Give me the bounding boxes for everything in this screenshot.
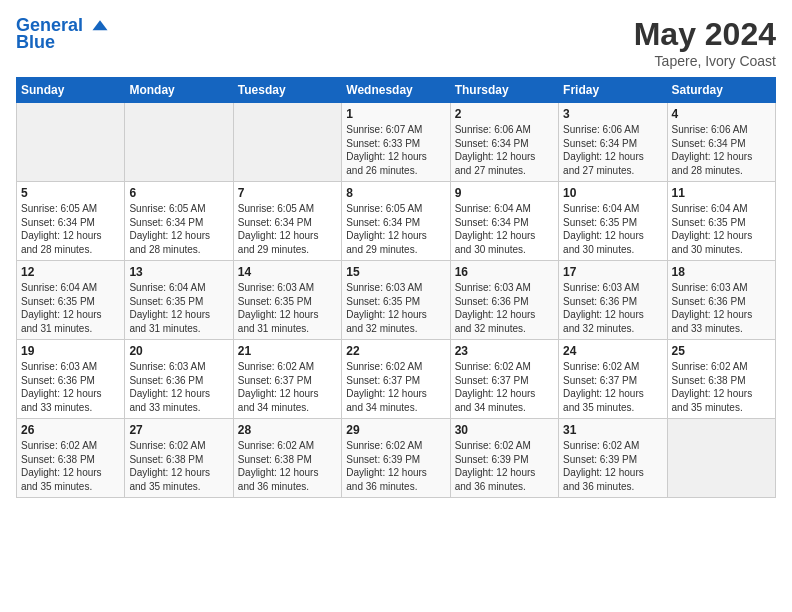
calendar-cell: 26Sunrise: 6:02 AM Sunset: 6:38 PM Dayli… [17,419,125,498]
day-number: 14 [238,265,337,279]
calendar-cell: 28Sunrise: 6:02 AM Sunset: 6:38 PM Dayli… [233,419,341,498]
day-number: 10 [563,186,662,200]
calendar-table: SundayMondayTuesdayWednesdayThursdayFrid… [16,77,776,498]
calendar-cell: 21Sunrise: 6:02 AM Sunset: 6:37 PM Dayli… [233,340,341,419]
calendar-cell: 30Sunrise: 6:02 AM Sunset: 6:39 PM Dayli… [450,419,558,498]
day-number: 20 [129,344,228,358]
day-number: 25 [672,344,771,358]
day-info: Sunrise: 6:02 AM Sunset: 6:39 PM Dayligh… [563,439,662,493]
calendar-cell: 1Sunrise: 6:07 AM Sunset: 6:33 PM Daylig… [342,103,450,182]
day-info: Sunrise: 6:03 AM Sunset: 6:35 PM Dayligh… [346,281,445,335]
calendar-cell: 23Sunrise: 6:02 AM Sunset: 6:37 PM Dayli… [450,340,558,419]
day-info: Sunrise: 6:03 AM Sunset: 6:35 PM Dayligh… [238,281,337,335]
day-number: 7 [238,186,337,200]
calendar-week-2: 5Sunrise: 6:05 AM Sunset: 6:34 PM Daylig… [17,182,776,261]
day-info: Sunrise: 6:05 AM Sunset: 6:34 PM Dayligh… [238,202,337,256]
calendar-cell: 12Sunrise: 6:04 AM Sunset: 6:35 PM Dayli… [17,261,125,340]
day-number: 18 [672,265,771,279]
day-number: 21 [238,344,337,358]
weekday-header-monday: Monday [125,78,233,103]
day-number: 2 [455,107,554,121]
day-number: 11 [672,186,771,200]
calendar-week-1: 1Sunrise: 6:07 AM Sunset: 6:33 PM Daylig… [17,103,776,182]
calendar-cell: 13Sunrise: 6:04 AM Sunset: 6:35 PM Dayli… [125,261,233,340]
day-info: Sunrise: 6:02 AM Sunset: 6:38 PM Dayligh… [672,360,771,414]
day-info: Sunrise: 6:05 AM Sunset: 6:34 PM Dayligh… [21,202,120,256]
calendar-cell: 19Sunrise: 6:03 AM Sunset: 6:36 PM Dayli… [17,340,125,419]
weekday-header-saturday: Saturday [667,78,775,103]
calendar-cell: 3Sunrise: 6:06 AM Sunset: 6:34 PM Daylig… [559,103,667,182]
calendar-cell: 6Sunrise: 6:05 AM Sunset: 6:34 PM Daylig… [125,182,233,261]
weekday-header-friday: Friday [559,78,667,103]
day-number: 27 [129,423,228,437]
day-number: 31 [563,423,662,437]
calendar-cell [667,419,775,498]
calendar-cell: 14Sunrise: 6:03 AM Sunset: 6:35 PM Dayli… [233,261,341,340]
day-info: Sunrise: 6:04 AM Sunset: 6:35 PM Dayligh… [21,281,120,335]
day-number: 3 [563,107,662,121]
day-number: 28 [238,423,337,437]
day-info: Sunrise: 6:06 AM Sunset: 6:34 PM Dayligh… [455,123,554,177]
location: Tapere, Ivory Coast [634,53,776,69]
page-header: General Blue May 2024 Tapere, Ivory Coas… [16,16,776,69]
day-info: Sunrise: 6:07 AM Sunset: 6:33 PM Dayligh… [346,123,445,177]
day-info: Sunrise: 6:03 AM Sunset: 6:36 PM Dayligh… [563,281,662,335]
calendar-cell: 17Sunrise: 6:03 AM Sunset: 6:36 PM Dayli… [559,261,667,340]
day-number: 13 [129,265,228,279]
calendar-cell [233,103,341,182]
weekday-header-thursday: Thursday [450,78,558,103]
calendar-cell: 22Sunrise: 6:02 AM Sunset: 6:37 PM Dayli… [342,340,450,419]
day-info: Sunrise: 6:02 AM Sunset: 6:37 PM Dayligh… [346,360,445,414]
day-info: Sunrise: 6:02 AM Sunset: 6:37 PM Dayligh… [563,360,662,414]
day-info: Sunrise: 6:02 AM Sunset: 6:38 PM Dayligh… [21,439,120,493]
day-info: Sunrise: 6:02 AM Sunset: 6:39 PM Dayligh… [455,439,554,493]
day-info: Sunrise: 6:03 AM Sunset: 6:36 PM Dayligh… [672,281,771,335]
weekday-header-sunday: Sunday [17,78,125,103]
day-info: Sunrise: 6:02 AM Sunset: 6:37 PM Dayligh… [238,360,337,414]
calendar-cell: 20Sunrise: 6:03 AM Sunset: 6:36 PM Dayli… [125,340,233,419]
calendar-cell: 7Sunrise: 6:05 AM Sunset: 6:34 PM Daylig… [233,182,341,261]
logo: General Blue [16,16,110,53]
calendar-cell: 9Sunrise: 6:04 AM Sunset: 6:34 PM Daylig… [450,182,558,261]
day-number: 5 [21,186,120,200]
calendar-cell: 24Sunrise: 6:02 AM Sunset: 6:37 PM Dayli… [559,340,667,419]
calendar-cell: 15Sunrise: 6:03 AM Sunset: 6:35 PM Dayli… [342,261,450,340]
calendar-cell: 11Sunrise: 6:04 AM Sunset: 6:35 PM Dayli… [667,182,775,261]
day-info: Sunrise: 6:03 AM Sunset: 6:36 PM Dayligh… [129,360,228,414]
day-number: 30 [455,423,554,437]
calendar-cell: 27Sunrise: 6:02 AM Sunset: 6:38 PM Dayli… [125,419,233,498]
day-info: Sunrise: 6:04 AM Sunset: 6:34 PM Dayligh… [455,202,554,256]
day-number: 19 [21,344,120,358]
day-info: Sunrise: 6:03 AM Sunset: 6:36 PM Dayligh… [455,281,554,335]
weekday-header-wednesday: Wednesday [342,78,450,103]
calendar-cell: 5Sunrise: 6:05 AM Sunset: 6:34 PM Daylig… [17,182,125,261]
day-info: Sunrise: 6:04 AM Sunset: 6:35 PM Dayligh… [563,202,662,256]
day-number: 29 [346,423,445,437]
calendar-cell: 16Sunrise: 6:03 AM Sunset: 6:36 PM Dayli… [450,261,558,340]
day-info: Sunrise: 6:02 AM Sunset: 6:38 PM Dayligh… [129,439,228,493]
calendar-week-5: 26Sunrise: 6:02 AM Sunset: 6:38 PM Dayli… [17,419,776,498]
calendar-cell: 25Sunrise: 6:02 AM Sunset: 6:38 PM Dayli… [667,340,775,419]
day-info: Sunrise: 6:02 AM Sunset: 6:38 PM Dayligh… [238,439,337,493]
day-number: 23 [455,344,554,358]
day-info: Sunrise: 6:05 AM Sunset: 6:34 PM Dayligh… [129,202,228,256]
day-info: Sunrise: 6:03 AM Sunset: 6:36 PM Dayligh… [21,360,120,414]
calendar-cell: 31Sunrise: 6:02 AM Sunset: 6:39 PM Dayli… [559,419,667,498]
calendar-cell: 4Sunrise: 6:06 AM Sunset: 6:34 PM Daylig… [667,103,775,182]
day-info: Sunrise: 6:02 AM Sunset: 6:37 PM Dayligh… [455,360,554,414]
day-number: 17 [563,265,662,279]
calendar-cell: 18Sunrise: 6:03 AM Sunset: 6:36 PM Dayli… [667,261,775,340]
calendar-cell: 10Sunrise: 6:04 AM Sunset: 6:35 PM Dayli… [559,182,667,261]
day-number: 8 [346,186,445,200]
day-info: Sunrise: 6:04 AM Sunset: 6:35 PM Dayligh… [672,202,771,256]
day-number: 22 [346,344,445,358]
day-number: 9 [455,186,554,200]
day-info: Sunrise: 6:04 AM Sunset: 6:35 PM Dayligh… [129,281,228,335]
weekday-header-tuesday: Tuesday [233,78,341,103]
day-info: Sunrise: 6:02 AM Sunset: 6:39 PM Dayligh… [346,439,445,493]
title-block: May 2024 Tapere, Ivory Coast [634,16,776,69]
day-number: 24 [563,344,662,358]
day-number: 16 [455,265,554,279]
month-year: May 2024 [634,16,776,53]
day-number: 26 [21,423,120,437]
